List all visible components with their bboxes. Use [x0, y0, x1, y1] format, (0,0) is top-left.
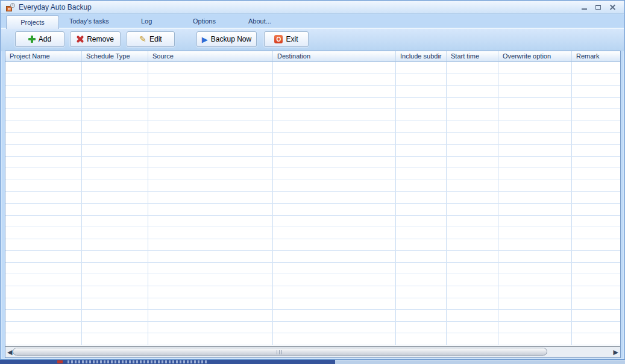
table-cell [572, 180, 620, 192]
app-window: Everyday Auto Backup Projects Today's ta… [0, 0, 625, 360]
exit-button[interactable]: O Exit [264, 31, 309, 47]
table-cell [5, 74, 82, 86]
tab-about[interactable]: About... [248, 17, 271, 25]
table-cell [148, 204, 273, 215]
table-row[interactable] [5, 157, 620, 169]
table-row[interactable] [5, 286, 620, 298]
table-cell [82, 239, 148, 251]
column-header-project-name[interactable]: Project Name [5, 51, 82, 61]
sliver-light-segment [335, 360, 625, 364]
table-row[interactable] [5, 133, 620, 145]
tab-options[interactable]: Options [193, 17, 216, 25]
scroll-right-button[interactable]: ▶ [614, 348, 618, 356]
table-cell [498, 74, 572, 86]
table-cell [447, 145, 498, 156]
table-row[interactable] [5, 310, 620, 322]
table-row[interactable] [5, 251, 620, 263]
table-row[interactable] [5, 274, 620, 286]
table-cell [273, 216, 396, 227]
table-cell [572, 133, 620, 144]
tab-todays-tasks[interactable]: Today's tasks [69, 17, 109, 25]
backup-now-button[interactable]: ▶ Backup Now [196, 31, 257, 47]
table-row[interactable] [5, 86, 620, 98]
table-row[interactable] [5, 180, 620, 192]
table-cell [148, 109, 273, 121]
table-cell [82, 109, 148, 121]
table-cell [447, 227, 498, 239]
scrollbar-thumb[interactable] [13, 348, 547, 356]
table-row[interactable] [5, 227, 620, 239]
column-header-destination[interactable]: Destination [273, 51, 396, 61]
table-row[interactable] [5, 62, 620, 74]
sliver-red-icon [57, 360, 63, 363]
table-cell [148, 286, 273, 298]
table-row[interactable] [5, 74, 620, 86]
tab-projects[interactable]: Projects [6, 15, 59, 29]
table-cell [396, 298, 447, 310]
tab-log[interactable]: Log [141, 17, 152, 25]
scroll-left-button[interactable]: ◀ [7, 348, 12, 356]
remove-button[interactable]: Remove [70, 31, 121, 47]
table-cell [572, 310, 620, 321]
table-cell [148, 98, 273, 109]
table-row[interactable] [5, 239, 620, 251]
table-row[interactable] [5, 322, 620, 334]
minimize-button[interactable] [581, 4, 589, 11]
table-cell [498, 227, 572, 239]
table-cell [148, 145, 273, 156]
table-cell [447, 168, 498, 180]
table-row[interactable] [5, 216, 620, 228]
column-header-include-subdir[interactable]: Include subdir [396, 51, 447, 61]
table-row[interactable] [5, 109, 620, 121]
close-button[interactable] [609, 4, 617, 11]
table-cell [498, 239, 572, 251]
table-cell [5, 109, 82, 121]
edit-button[interactable]: ✎ Edit [127, 31, 175, 47]
table-cell [5, 98, 82, 109]
add-button[interactable]: Add [15, 31, 64, 47]
table-cell [148, 227, 273, 239]
table-cell [273, 322, 396, 333]
table-cell [148, 157, 273, 168]
table-row[interactable] [5, 168, 620, 180]
app-icon[interactable] [6, 3, 15, 12]
table-cell [396, 333, 447, 345]
table-row[interactable] [5, 333, 620, 345]
table-cell [498, 322, 572, 333]
table-cell [273, 109, 396, 121]
column-header-schedule-type[interactable]: Schedule Type [82, 51, 148, 61]
projects-list: Project Name Schedule Type Source Destin… [5, 51, 621, 358]
backup-play-icon: ▶ [202, 36, 208, 43]
table-cell [5, 239, 82, 251]
table-row[interactable] [5, 204, 620, 216]
table-cell [572, 322, 620, 333]
table-row[interactable] [5, 145, 620, 157]
add-plus-icon [28, 36, 36, 43]
horizontal-scrollbar[interactable]: ◀ ▶ [5, 346, 620, 357]
table-cell [82, 274, 148, 286]
table-cell [572, 274, 620, 286]
table-header: Project Name Schedule Type Source Destin… [5, 51, 620, 62]
table-row[interactable] [5, 263, 620, 275]
table-cell [5, 133, 82, 144]
table-row[interactable] [5, 121, 620, 133]
column-header-start-time[interactable]: Start time [447, 51, 498, 61]
table-cell [82, 180, 148, 192]
column-header-source[interactable]: Source [148, 51, 273, 61]
tab-projects-label: Projects [20, 19, 45, 26]
titlebar[interactable]: Everyday Auto Backup [1, 1, 624, 14]
table-cell [447, 286, 498, 298]
table-row[interactable] [5, 192, 620, 204]
table-cell [273, 333, 396, 345]
table-cell [447, 121, 498, 133]
column-header-overwrite-option[interactable]: Overwrite option [498, 51, 572, 61]
table-cell [447, 239, 498, 251]
table-row[interactable] [5, 98, 620, 110]
maximize-button[interactable] [595, 4, 603, 11]
table-cell [148, 239, 273, 251]
table-row[interactable] [5, 298, 620, 310]
maximize-icon [595, 5, 601, 10]
column-header-remark[interactable]: Remark [572, 51, 620, 61]
table-cell [396, 239, 447, 251]
table-cell [5, 274, 82, 286]
